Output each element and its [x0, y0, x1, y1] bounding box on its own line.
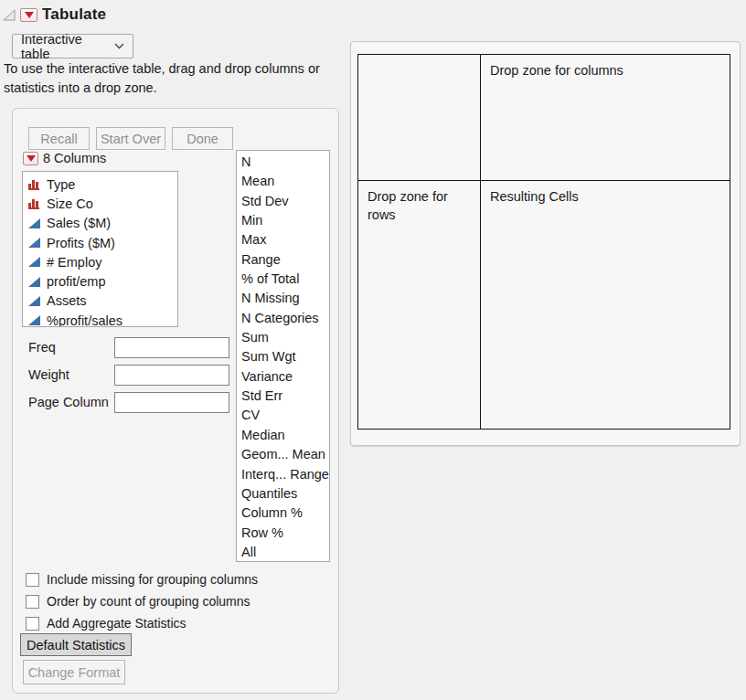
columns-red-triangle-button[interactable] [23, 152, 38, 165]
control-panel: Recall Start Over Done 8 Columns TypeSiz… [12, 108, 339, 694]
statistic-item-quantiles[interactable]: Quantiles [241, 484, 329, 504]
continuous-triangle-icon [28, 256, 40, 268]
chevron-down-icon [114, 43, 124, 49]
field-row-freq: Freq [28, 334, 241, 361]
statistic-item-all[interactable]: All [241, 543, 329, 562]
statistic-item-std-dev[interactable]: Std Dev [241, 192, 329, 211]
table-type-value: Interactive table [21, 32, 114, 61]
column-label: Sales ($M) [47, 216, 111, 230]
columns-count-label: 8 Columns [43, 151, 106, 165]
option-checkboxes: Include missing for grouping columnsOrde… [26, 568, 258, 634]
field-label: Weight [28, 367, 114, 382]
statistic-item-range[interactable]: Range [241, 250, 329, 270]
field-label: Freq [28, 340, 114, 355]
columns-header: 8 Columns [23, 151, 106, 165]
panel-button-row: Recall Start Over Done [28, 127, 233, 150]
column-item-sales-m[interactable]: Sales ($M) [28, 214, 177, 233]
table-type-dropdown[interactable]: Interactive table [12, 34, 133, 58]
column-item-assets[interactable]: Assets [28, 292, 177, 311]
drop-zone-rows[interactable]: Drop zone for rows [358, 181, 481, 429]
disclosure-triangle-icon[interactable] [3, 9, 16, 21]
statistic-item-sum[interactable]: Sum [241, 328, 329, 347]
instruction-text: To use the interactive table, drag and d… [4, 59, 351, 97]
page-title: Tabulate [42, 5, 106, 24]
red-triangle-menu-button[interactable] [20, 8, 37, 22]
column-label: %profit/sales [47, 313, 123, 327]
statistic-item-n-categories[interactable]: N Categories [241, 309, 329, 328]
checkbox-order-by-count-of-grouping-columns[interactable]: Order by count of grouping columns [26, 590, 258, 612]
statistic-item-max[interactable]: Max [241, 230, 329, 249]
statistic-item-sum-wgt[interactable]: Sum Wgt [241, 347, 329, 366]
statistic-item-n-missing[interactable]: N Missing [241, 289, 329, 308]
continuous-triangle-icon [28, 237, 40, 249]
page-column-input[interactable] [114, 392, 229, 413]
red-triangle-icon [25, 12, 34, 18]
drop-zone-columns[interactable]: Drop zone for columns [481, 55, 730, 181]
column-label: Profits ($M) [47, 236, 115, 250]
statistic-item-cv[interactable]: CV [241, 406, 329, 425]
column-item-profits-m[interactable]: Profits ($M) [28, 233, 177, 252]
continuous-triangle-icon [28, 217, 40, 229]
statistic-item-min[interactable]: Min [241, 211, 329, 230]
statistic-item-std-err[interactable]: Std Err [241, 387, 329, 406]
resulting-cells-zone[interactable]: Resulting Cells [481, 181, 730, 429]
checkbox-box-icon[interactable] [26, 617, 39, 631]
statistics-list: NMeanStd DevMinMaxRange% of TotalN Missi… [236, 150, 330, 562]
drop-zone-panel: Drop zone for columns Drop zone for rows… [350, 41, 741, 446]
start-over-button[interactable]: Start Over [96, 127, 165, 150]
statistic-item-median[interactable]: Median [241, 426, 329, 445]
report-header: Tabulate [3, 5, 106, 24]
column-list: TypeSize CoSales ($M)Profits ($M)# Emplo… [22, 171, 178, 327]
statistic-item-mean[interactable]: Mean [241, 172, 329, 191]
statistic-item-geom-mean[interactable]: Geom... Mean [241, 445, 329, 464]
column-label: Type [47, 177, 75, 192]
statistic-item-row[interactable]: Row % [241, 524, 329, 543]
column-label: Size Co [47, 196, 93, 211]
field-label: Page Column [28, 395, 114, 409]
checkbox-label: Include missing for grouping columns [47, 572, 258, 587]
checkbox-box-icon[interactable] [26, 595, 39, 609]
checkbox-include-missing-for-grouping-columns[interactable]: Include missing for grouping columns [26, 568, 258, 590]
column-item-employ[interactable]: # Employ [28, 252, 177, 271]
checkbox-box-icon[interactable] [26, 573, 39, 587]
recall-button[interactable]: Recall [28, 127, 90, 150]
column-item-type[interactable]: Type [28, 175, 177, 194]
column-item-profit-emp[interactable]: profit/emp [28, 271, 177, 291]
statistic-item-interq-range[interactable]: Interq... Range [241, 465, 329, 484]
statistic-item-of-total[interactable]: % of Total [241, 270, 329, 289]
statistic-item-column[interactable]: Column % [241, 504, 329, 523]
drop-zone-table: Drop zone for columns Drop zone for rows… [357, 54, 730, 430]
done-button[interactable]: Done [172, 127, 233, 150]
default-statistics-button[interactable]: Default Statistics [20, 633, 132, 656]
freq-input[interactable] [114, 337, 229, 358]
column-label: profit/emp [47, 274, 105, 289]
column-item-size-co[interactable]: Size Co [28, 194, 177, 213]
continuous-triangle-icon [28, 314, 40, 326]
checkbox-label: Order by count of grouping columns [47, 594, 250, 609]
corner-cell [358, 55, 481, 181]
weight-input[interactable] [114, 365, 229, 386]
column-label: Assets [47, 293, 87, 308]
continuous-triangle-icon [28, 295, 40, 307]
checkbox-add-aggregate-statistics[interactable]: Add Aggregate Statistics [26, 612, 258, 634]
checkbox-label: Add Aggregate Statistics [47, 616, 186, 631]
role-fields: FreqWeightPage Column [28, 334, 241, 416]
field-row-weight: Weight [28, 361, 241, 388]
field-row-page-column: Page Column [28, 388, 241, 416]
nominal-bars-icon [28, 197, 40, 209]
column-label: # Employ [47, 255, 101, 270]
continuous-triangle-icon [28, 276, 40, 288]
nominal-bars-icon [28, 178, 40, 190]
red-triangle-icon [27, 155, 36, 162]
statistic-item-variance[interactable]: Variance [241, 367, 329, 387]
statistic-item-n[interactable]: N [241, 153, 329, 172]
change-format-button[interactable]: Change Format [23, 660, 125, 684]
column-item-profit-sales[interactable]: %profit/sales [28, 311, 177, 327]
